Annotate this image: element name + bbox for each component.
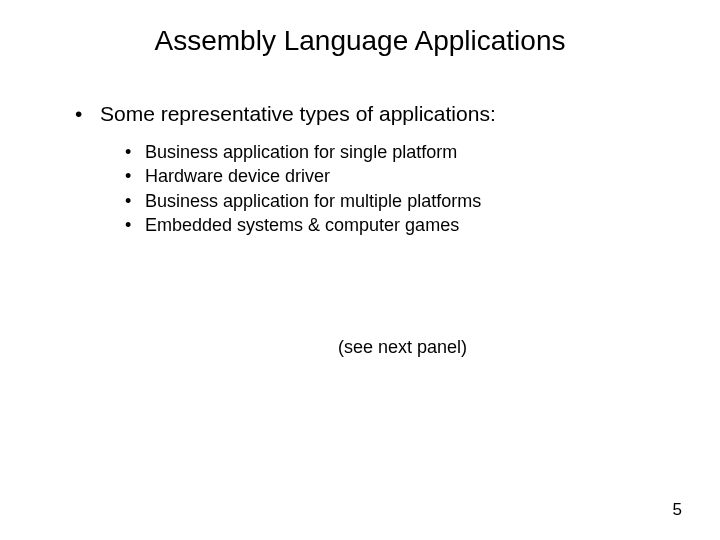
list-item: Embedded systems & computer games xyxy=(125,213,720,237)
content-area: Some representative types of application… xyxy=(0,102,720,358)
page-number: 5 xyxy=(673,500,682,520)
list-item: Hardware device driver xyxy=(125,164,720,188)
slide-title: Assembly Language Applications xyxy=(0,25,720,57)
sub-bullet-list: Business application for single platform… xyxy=(75,140,720,237)
list-item: Business application for multiple platfo… xyxy=(125,189,720,213)
slide-container: Assembly Language Applications Some repr… xyxy=(0,0,720,540)
note-text: (see next panel) xyxy=(75,337,720,358)
list-item: Business application for single platform xyxy=(125,140,720,164)
main-bullet: Some representative types of application… xyxy=(75,102,720,126)
